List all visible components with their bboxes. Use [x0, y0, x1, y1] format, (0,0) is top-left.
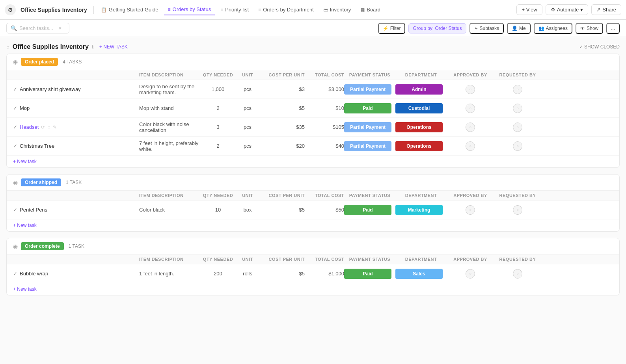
col-qty: QTY NEEDED [202, 72, 234, 77]
tab-board[interactable]: ▦ Board [356, 4, 384, 15]
task-check-icon[interactable]: ✓ [13, 207, 17, 213]
col-cost-per-unit: COST PER UNIT [261, 257, 305, 262]
more-options-icon: ... [611, 26, 615, 31]
task-qty: 10 [202, 205, 234, 214]
section-collapse-icon[interactable]: ○ [6, 44, 9, 50]
group-order-complete: ◉ Order complete 1 TASK ITEM DESCRIPTION… [6, 238, 620, 295]
group-toggle-order-complete[interactable]: ◉ [13, 243, 18, 249]
task-total-cost: $10 [305, 104, 344, 113]
task-check-icon[interactable]: ✓ [13, 105, 17, 111]
assignees-button[interactable]: 👥 Assignees [534, 23, 572, 34]
tab-label-getting-started: Getting Started Guide [109, 7, 158, 13]
tab-label-orders-by-dept: Orders by Department [263, 7, 314, 13]
col-requested-by: REQUESTED BY [494, 72, 541, 77]
search-box[interactable]: 🔍 Search tasks... ▾ [6, 23, 69, 33]
group-task-count-order-complete: 1 TASK [69, 243, 84, 249]
task-qty: 200 [202, 269, 234, 278]
new-task-button[interactable]: + NEW TASK [97, 43, 130, 50]
tab-icon-priority-list: ≡ [220, 7, 223, 13]
dept-badge: Admin [395, 84, 443, 95]
task-name-cell: ✓ Headset ⟳ ○ ✎ [13, 124, 139, 130]
col-total-cost: TOTAL COST [305, 257, 344, 262]
section-header: ○ Office Supplies Inventory ℹ + NEW TASK… [6, 43, 620, 50]
task-cost-per-unit: $5 [261, 104, 305, 113]
more-options-button[interactable]: ... [606, 23, 620, 34]
task-unit: pcs [234, 104, 261, 113]
tab-orders-by-status[interactable]: ≡ Orders by Status [164, 4, 215, 15]
avatar-requested: ○ [513, 269, 522, 279]
show-closed-button[interactable]: ✓ SHOW CLOSED [579, 44, 620, 50]
col-total-cost: TOTAL COST [305, 193, 344, 198]
new-task-row-order-placed[interactable]: + New task [7, 156, 619, 167]
avatar-approved: ○ [466, 85, 475, 94]
col-payment-status: PAYMENT STATUS [344, 193, 395, 198]
dept-badge: Custodial [395, 103, 443, 113]
search-placeholder: Search tasks... [19, 25, 53, 31]
share-button[interactable]: ↗ Share [591, 4, 621, 15]
group-toggle-order-placed[interactable]: ◉ [13, 59, 18, 65]
filter-button[interactable]: ⚡ Filter [378, 23, 406, 34]
group-order-placed: ◉ Order placed 4 TASKS ITEM DESCRIPTION … [6, 54, 620, 168]
new-task-row-order-shipped[interactable]: + New task [7, 219, 619, 231]
task-department: Operations [395, 141, 447, 151]
task-edit-icon[interactable]: ✎ [53, 124, 57, 130]
tab-icon-board: ▦ [360, 7, 365, 13]
tab-label-priority-list: Priority list [225, 7, 249, 13]
table-row: ✓ Anniversary shirt giveaway Design to b… [7, 80, 619, 99]
table-row: ✓ Headset ⟳ ○ ✎ Color black with noise c… [7, 118, 619, 137]
info-icon[interactable]: ℹ [92, 44, 94, 50]
dept-badge: Operations [395, 122, 443, 132]
col-requested-by: REQUESTED BY [494, 193, 541, 198]
task-link-icon[interactable]: ⟳ [41, 124, 45, 130]
col-requested-by: REQUESTED BY [494, 257, 541, 262]
search-chevron-icon: ▾ [59, 25, 61, 31]
task-copy-icon[interactable]: ○ [47, 124, 50, 130]
col-task [13, 193, 139, 198]
search-icon: 🔍 [11, 25, 17, 31]
table-row: ✓ Mop Mop with stand 2 pcs $5 $10 Paid C… [7, 99, 619, 118]
task-unit: box [234, 205, 261, 214]
tab-getting-started[interactable]: 📋 Getting Started Guide [97, 4, 162, 15]
col-qty: QTY NEEDED [202, 257, 234, 262]
task-check-icon[interactable]: ✓ [13, 271, 17, 277]
task-check-icon[interactable]: ✓ [13, 86, 17, 92]
task-payment-status: Paid [344, 103, 395, 113]
add-view-button[interactable]: + View [516, 4, 542, 15]
col-cost-per-unit: COST PER UNIT [261, 72, 305, 77]
tab-inventory[interactable]: 🗃 Inventory [319, 4, 355, 15]
tab-orders-by-dept[interactable]: ≡ Orders by Department [254, 4, 318, 15]
task-payment-status: Partial Payment [344, 122, 395, 132]
group-badge-order-placed: Order placed [21, 58, 58, 66]
me-button[interactable]: 👤 Me [507, 23, 531, 34]
group-toggle-order-shipped[interactable]: ◉ [13, 179, 18, 186]
col-task [13, 72, 139, 77]
show-button[interactable]: 👁 Show [576, 23, 603, 34]
task-cost-per-unit: $5 [261, 205, 305, 214]
task-name[interactable]: Headset [20, 124, 39, 130]
col-unit: UNIT [234, 72, 261, 77]
group-badge-order-shipped: Order shipped [21, 178, 61, 186]
assignees-icon: 👥 [538, 26, 544, 31]
task-approved-by: ○ [447, 269, 494, 279]
task-check-icon[interactable]: ✓ [13, 124, 17, 130]
task-payment-status: Paid [344, 205, 395, 215]
task-item-description: 7 feet in height, preferably white. [139, 139, 202, 154]
task-item-description: Color black with noise cancellation [139, 120, 202, 135]
task-unit: rolls [234, 269, 261, 278]
subtasks-button[interactable]: ⤷ Subtasks [470, 23, 504, 34]
col-qty: QTY NEEDED [202, 193, 234, 198]
col-item-desc: ITEM DESCRIPTION [139, 72, 202, 77]
col-department: DEPARTMENT [395, 257, 447, 262]
new-task-row-order-complete[interactable]: + New task [7, 283, 619, 295]
task-check-icon[interactable]: ✓ [13, 143, 17, 149]
task-department: Operations [395, 122, 447, 132]
group-by-button[interactable]: Group by: Order Status [408, 23, 466, 33]
tab-priority-list[interactable]: ≡ Priority list [216, 4, 253, 15]
avatar-approved: ○ [466, 123, 475, 132]
col-headers-order-placed: ITEM DESCRIPTION QTY NEEDED UNIT COST PE… [7, 70, 619, 80]
task-qty: 2 [202, 104, 234, 113]
automate-button[interactable]: ⚙ Automate ▾ [546, 4, 589, 15]
group-header-order-placed: ◉ Order placed 4 TASKS [7, 54, 619, 70]
payment-badge: Paid [344, 205, 391, 215]
payment-badge: Paid [344, 269, 391, 279]
